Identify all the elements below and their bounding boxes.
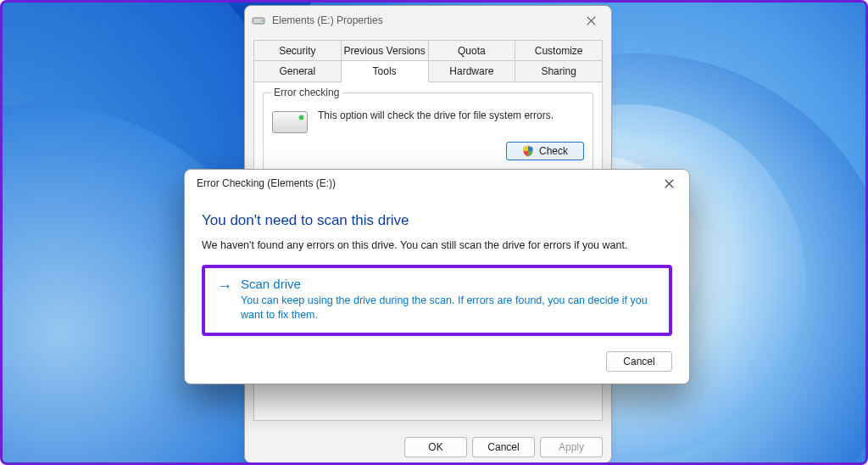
error-dialog-titlebar[interactable]: Error Checking (Elements (E:)) [185, 170, 689, 197]
close-icon [665, 179, 674, 188]
check-button-label: Check [539, 145, 568, 157]
tab-previous-versions[interactable]: Previous Versions [342, 40, 429, 61]
tab-tools[interactable]: Tools [342, 60, 429, 82]
check-button[interactable]: Check [506, 142, 584, 160]
ok-button[interactable]: OK [404, 437, 467, 457]
group-title: Error checking [270, 87, 342, 98]
error-dialog-heading: You don't need to scan this drive [202, 212, 672, 229]
desktop-stage: Elements (E:) Properties Security Previo… [0, 0, 868, 465]
tab-general[interactable]: General [253, 60, 342, 82]
tab-security[interactable]: Security [253, 40, 342, 61]
tab-sharing[interactable]: Sharing [515, 60, 603, 82]
svg-point-1 [262, 20, 264, 22]
properties-titlebar[interactable]: Elements (E:) Properties [245, 6, 611, 35]
error-dialog-title: Error Checking (Elements (E:)) [192, 177, 654, 189]
error-dialog-subtext: We haven't found any errors on this driv… [202, 239, 672, 251]
tab-customize[interactable]: Customize [515, 40, 603, 61]
cancel-button[interactable]: Cancel [606, 351, 672, 372]
properties-title: Elements (E:) Properties [272, 14, 576, 26]
close-button[interactable] [654, 172, 684, 194]
scan-drive-title: Scan drive [241, 277, 657, 291]
properties-footer: OK Cancel Apply [404, 437, 603, 457]
tab-hardware[interactable]: Hardware [429, 60, 516, 82]
tab-quota[interactable]: Quota [429, 40, 516, 61]
right-arrow-icon: → [217, 278, 232, 294]
cancel-button[interactable]: Cancel [472, 437, 535, 457]
close-icon [587, 16, 596, 25]
shield-icon [522, 145, 534, 157]
drive-icon [252, 14, 265, 27]
group-description: This option will check the drive for fil… [318, 109, 584, 122]
close-button[interactable] [576, 9, 606, 31]
error-checking-dialog: Error Checking (Elements (E:)) You don't… [184, 169, 690, 384]
scan-drive-description: You can keep using the drive during the … [241, 294, 657, 322]
scan-drive-option[interactable]: → Scan drive You can keep using the driv… [202, 265, 672, 336]
error-checking-group: Error checking This option will check th… [263, 92, 593, 171]
drive-icon [272, 111, 308, 133]
apply-button[interactable]: Apply [540, 437, 603, 457]
